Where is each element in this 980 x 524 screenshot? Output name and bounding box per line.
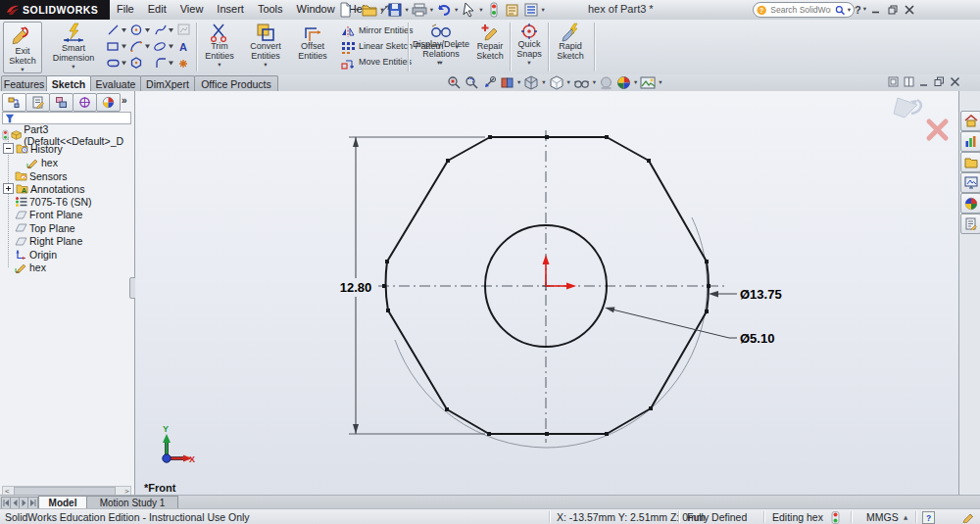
zoom-fit-icon[interactable]	[447, 75, 462, 90]
quick-snaps-button[interactable]: Quick Snaps ▾	[513, 23, 546, 66]
trim-caret-icon[interactable]: ▾	[218, 62, 220, 69]
apply-scene-icon[interactable]	[640, 75, 656, 90]
convert-caret-icon[interactable]: ▾	[264, 62, 267, 69]
collapse-icon[interactable]	[3, 143, 14, 154]
quick-tips-icon[interactable]: ?	[922, 511, 935, 524]
help-caret-icon[interactable]: ▾	[863, 6, 866, 13]
graphics-area[interactable]: 12.80 Ø13.75 Ø5.10 Y X *Front	[135, 91, 958, 495]
viewport-layout-icon[interactable]	[888, 76, 899, 87]
undo-caret-icon[interactable]: ▾	[455, 7, 458, 14]
new-caret-icon[interactable]: ▾	[356, 7, 359, 14]
rebuild-traffic-light-icon[interactable]	[486, 2, 502, 18]
sketch-entities-grid[interactable]: A	[106, 23, 194, 72]
options-caret-icon[interactable]: ▾	[542, 7, 545, 14]
smart-dimension-caret-icon[interactable]: ▾	[72, 64, 74, 71]
select-cursor-icon[interactable]	[461, 2, 476, 18]
previous-view-icon[interactable]	[482, 75, 497, 90]
display-delete-relations-button[interactable]: Display/Delete Relations ▾	[412, 23, 470, 66]
tab-dimxpert[interactable]: DimXpert	[140, 75, 195, 91]
search-caret-icon[interactable]: ▾	[848, 7, 851, 14]
units-caret-icon[interactable]: ▲	[904, 514, 907, 520]
tree-item-right-plane[interactable]: Right Plane	[15, 235, 82, 248]
menu-view[interactable]: View	[173, 0, 211, 18]
menu-tools[interactable]: Tools	[251, 0, 290, 18]
open-folder-icon[interactable]	[362, 2, 377, 18]
search-box[interactable]: ? ▾	[753, 2, 855, 18]
tree-item-origin[interactable]: Origin	[15, 248, 57, 261]
view-orientation-caret-icon[interactable]: ▾	[542, 79, 545, 86]
tab-evaluate[interactable]: Evaluate	[90, 75, 141, 91]
appearances-scenes-button[interactable]	[960, 193, 980, 214]
search-icon[interactable]	[835, 5, 845, 16]
rapid-sketch-button[interactable]: Rapid Sketch	[551, 23, 590, 62]
configurationmanager-tab[interactable]	[49, 93, 74, 112]
new-document-icon[interactable]	[337, 2, 353, 18]
display-delete-caret-icon[interactable]: ▾	[439, 60, 442, 67]
shadow-view-icon[interactable]	[599, 75, 613, 90]
display-style-caret-icon[interactable]: ▾	[567, 79, 570, 86]
tree-item-top-plane[interactable]: Top Plane	[15, 221, 75, 234]
menu-insert[interactable]: Insert	[210, 0, 251, 18]
menu-window[interactable]: Window	[290, 0, 342, 18]
repair-sketch-button[interactable]: Repair Sketch	[472, 23, 508, 62]
menu-edit[interactable]: Edit	[141, 0, 173, 18]
menu-file[interactable]: File	[110, 0, 141, 18]
zoom-area-icon[interactable]	[465, 75, 479, 90]
custom-properties-button[interactable]	[960, 214, 980, 234]
view-palette-button[interactable]	[960, 172, 980, 193]
tab-office-products[interactable]: Office Products	[194, 75, 278, 91]
exit-sketch-caret-icon[interactable]: ▾	[21, 67, 24, 73]
viewport-split-icon[interactable]	[904, 76, 914, 87]
hide-show-items-icon[interactable]	[573, 75, 590, 90]
section-view-icon[interactable]	[500, 75, 514, 90]
convert-entities-button[interactable]: Convert Entities ▾	[243, 23, 288, 68]
exit-sketch-button[interactable]: Exit Sketch ▾	[3, 22, 42, 73]
display-style-icon[interactable]	[549, 75, 564, 90]
dimension-height-text[interactable]: 12.80	[340, 280, 372, 295]
select-caret-icon[interactable]: ▾	[479, 7, 482, 14]
tab-sketch[interactable]: Sketch	[46, 75, 91, 92]
hide-show-caret-icon[interactable]: ▾	[593, 79, 596, 86]
dimxpertmanager-tab[interactable]	[73, 93, 97, 112]
minimize-button[interactable]	[868, 3, 883, 16]
trim-entities-button[interactable]: Trim Entities ▾	[200, 23, 239, 68]
options-icon[interactable]	[523, 2, 539, 18]
tree-item-hex-history[interactable]: hex	[26, 156, 58, 168]
tags-pencil-icon[interactable]	[962, 511, 975, 523]
tree-item-material[interactable]: 7075-T6 (SN)	[15, 195, 92, 208]
design-library-button[interactable]	[960, 131, 980, 152]
panel-flyout-chevron[interactable]: »	[122, 95, 127, 106]
doc-close-icon[interactable]	[950, 76, 960, 87]
tree-item-annotations[interactable]: A Annotations	[3, 182, 84, 195]
view-orientation-icon[interactable]	[523, 75, 539, 90]
units-selector[interactable]: MMGS	[866, 511, 899, 523]
doc-minimize-icon[interactable]	[919, 77, 929, 87]
section-caret-icon[interactable]: ▾	[517, 79, 520, 86]
tree-item-part[interactable]: Part3 (Default<<Default>_D	[2, 128, 134, 141]
undo-icon[interactable]	[436, 2, 452, 18]
save-caret-icon[interactable]: ▾	[406, 7, 409, 14]
tree-item-front-plane[interactable]: Front Plane	[15, 209, 82, 221]
expand-icon[interactable]	[3, 183, 14, 194]
tree-item-history[interactable]: History	[3, 142, 63, 155]
quick-snaps-caret-icon[interactable]: ▾	[527, 60, 530, 67]
open-caret-icon[interactable]: ▾	[380, 7, 383, 14]
dimension-outer-text[interactable]: Ø13.75	[740, 287, 782, 302]
doc-restore-icon[interactable]	[934, 76, 945, 87]
save-icon[interactable]	[387, 2, 403, 18]
tab-features[interactable]: Features	[1, 75, 47, 91]
tree-item-sensors[interactable]: Sensors	[15, 169, 68, 182]
smart-dimension-button[interactable]: Smart Dimension ▾	[43, 23, 104, 70]
file-explorer-button[interactable]	[960, 152, 980, 172]
search-input[interactable]	[768, 4, 833, 16]
file-properties-icon[interactable]	[505, 2, 520, 18]
help-icon[interactable]: ?	[855, 4, 861, 16]
propertymanager-tab[interactable]	[25, 93, 50, 112]
rebuild-status-icon[interactable]	[831, 511, 840, 524]
tree-item-hex[interactable]: hex	[15, 262, 46, 274]
print-icon[interactable]	[412, 2, 427, 18]
edit-appearance-icon[interactable]	[616, 75, 631, 90]
close-button[interactable]	[902, 3, 916, 16]
dimension-hole-text[interactable]: Ø5.10	[740, 331, 774, 346]
featuremanager-tree-tab[interactable]	[2, 93, 26, 112]
